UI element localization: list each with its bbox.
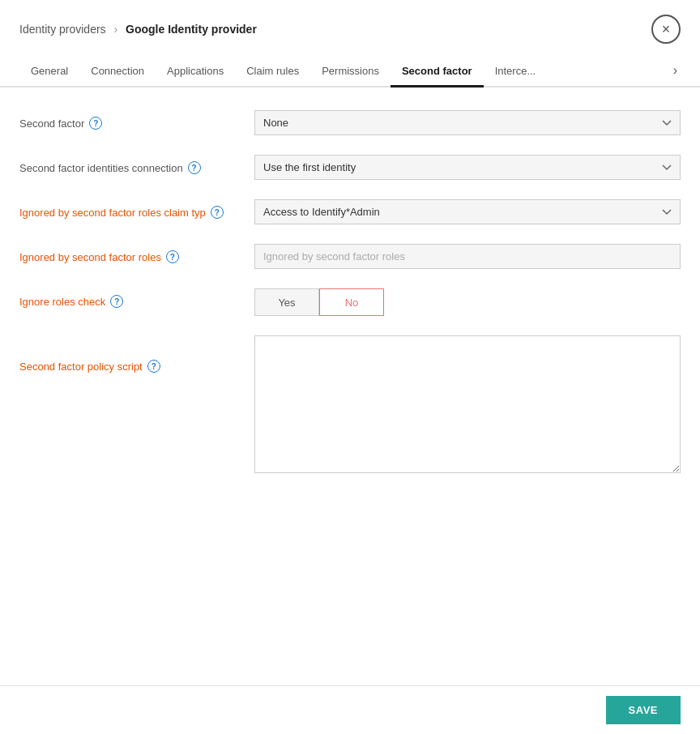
tab-interce[interactable]: Interce... bbox=[484, 57, 548, 87]
breadcrumb-separator: › bbox=[114, 23, 118, 36]
breadcrumb-root: Identity providers bbox=[19, 23, 106, 36]
ignored-claim-type-label: Ignored by second factor roles claim typ… bbox=[19, 199, 254, 219]
no-toggle-button[interactable]: No bbox=[319, 288, 384, 316]
form-body: Second factor ? None Second factor ident… bbox=[0, 87, 700, 576]
second-factor-label: Second factor ? bbox=[19, 110, 254, 130]
ignored-roles-row: Ignored by second factor roles ? bbox=[19, 244, 681, 269]
policy-script-row: Second factor policy script ? bbox=[19, 335, 681, 476]
second-factor-select[interactable]: None bbox=[254, 110, 681, 135]
ignore-roles-check-label: Ignore roles check ? bbox=[19, 288, 254, 308]
second-factor-control: None bbox=[254, 110, 681, 135]
tab-second-factor[interactable]: Second factor bbox=[391, 57, 484, 87]
ignored-claim-type-control: Access to Identify*Admin bbox=[254, 199, 681, 224]
tabs-bar: General Connection Applications Claim ru… bbox=[0, 57, 700, 87]
second-factor-identities-connection-help-icon[interactable]: ? bbox=[188, 161, 201, 174]
policy-script-help-icon[interactable]: ? bbox=[147, 360, 160, 373]
toggle-group: Yes No bbox=[254, 288, 681, 316]
second-factor-identities-connection-row: Second factor identities connection ? Us… bbox=[19, 155, 681, 180]
tab-scroll-right-button[interactable]: › bbox=[670, 60, 681, 86]
second-factor-help-icon[interactable]: ? bbox=[89, 117, 102, 130]
policy-script-textarea[interactable] bbox=[254, 335, 681, 473]
tab-general[interactable]: General bbox=[19, 57, 79, 87]
save-button[interactable]: SAVE bbox=[606, 696, 681, 724]
policy-script-control bbox=[254, 335, 681, 476]
ignore-roles-check-help-icon[interactable]: ? bbox=[110, 295, 123, 308]
ignored-roles-label: Ignored by second factor roles ? bbox=[19, 244, 254, 263]
ignored-claim-type-help-icon[interactable]: ? bbox=[211, 206, 224, 219]
tab-claim-rules[interactable]: Claim rules bbox=[235, 57, 310, 87]
ignored-roles-help-icon[interactable]: ? bbox=[166, 250, 179, 263]
yes-toggle-button[interactable]: Yes bbox=[254, 288, 319, 316]
second-factor-row: Second factor ? None bbox=[19, 110, 681, 135]
header: Identity providers › Google Identity pro… bbox=[0, 0, 700, 44]
close-icon: × bbox=[662, 22, 671, 36]
second-factor-identities-connection-select[interactable]: Use the first identity bbox=[254, 155, 681, 180]
page-wrapper: Identity providers › Google Identity pro… bbox=[0, 0, 700, 734]
ignored-claim-type-row: Ignored by second factor roles claim typ… bbox=[19, 199, 681, 224]
breadcrumb: Identity providers › Google Identity pro… bbox=[19, 23, 257, 36]
tab-permissions[interactable]: Permissions bbox=[310, 57, 391, 87]
policy-script-label: Second factor policy script ? bbox=[19, 335, 254, 373]
breadcrumb-page-name: Google Identity provider bbox=[126, 23, 257, 36]
ignored-roles-input[interactable] bbox=[254, 244, 681, 269]
ignore-roles-check-row: Ignore roles check ? Yes No bbox=[19, 288, 681, 316]
ignored-roles-control bbox=[254, 244, 681, 269]
close-button[interactable]: × bbox=[651, 15, 681, 44]
second-factor-identities-connection-control: Use the first identity bbox=[254, 155, 681, 180]
tab-connection[interactable]: Connection bbox=[79, 57, 156, 87]
tab-applications[interactable]: Applications bbox=[156, 57, 235, 87]
ignored-claim-type-select[interactable]: Access to Identify*Admin bbox=[254, 199, 681, 224]
second-factor-identities-connection-label: Second factor identities connection ? bbox=[19, 155, 254, 174]
footer: SAVE bbox=[0, 685, 700, 734]
ignore-roles-check-control: Yes No bbox=[254, 288, 681, 316]
